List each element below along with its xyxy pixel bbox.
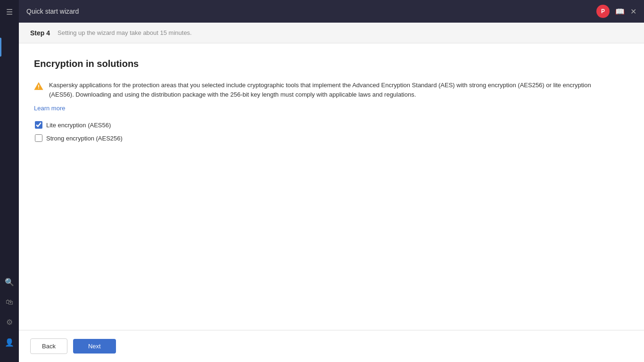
avatar[interactable]: P	[596, 5, 610, 18]
warning-text: Kaspersky applications for the protectio…	[49, 81, 605, 99]
step-description: Setting up the wizard may take about 15 …	[58, 29, 192, 36]
bottombar: Back Next	[19, 330, 644, 362]
checkbox-lite-input[interactable]	[35, 121, 42, 129]
checkbox-lite-label: Lite encryption (AES56)	[46, 122, 111, 129]
book-icon[interactable]: 📖	[615, 7, 625, 16]
stepbar: Step 4 Setting up the wizard may take ab…	[19, 23, 644, 43]
checkbox-group: Lite encryption (AES56) Strong encryptio…	[35, 121, 629, 142]
menu-icon[interactable]: ☰	[2, 4, 17, 20]
sidebar-accent	[0, 38, 1, 57]
learn-more-link[interactable]: Learn more	[34, 105, 629, 112]
checkbox-strong-label: Strong encryption (AES256)	[46, 135, 123, 142]
topbar-left: Quick start wizard	[26, 8, 79, 15]
warning-block: Kaspersky applications for the protectio…	[34, 81, 629, 99]
checkbox-lite[interactable]: Lite encryption (AES56)	[35, 121, 629, 129]
sidebar-icon-bag[interactable]: 🛍	[2, 294, 17, 310]
topbar: Quick start wizard P 📖 ✕	[19, 0, 644, 23]
topbar-right: P 📖 ✕	[596, 5, 636, 18]
page-title: Encryption in solutions	[34, 58, 629, 69]
sidebar-icon-user[interactable]: 👤	[1, 334, 18, 351]
svg-point-0	[38, 88, 39, 89]
sidebar: ☰ 🔍 🛍 ⚙ 👤	[0, 0, 19, 362]
topbar-title: Quick start wizard	[26, 8, 79, 15]
checkbox-strong[interactable]: Strong encryption (AES256)	[35, 134, 629, 142]
back-button[interactable]: Back	[30, 338, 67, 354]
close-icon[interactable]: ✕	[630, 7, 636, 16]
checkbox-strong-input[interactable]	[35, 134, 42, 142]
next-button[interactable]: Next	[73, 339, 116, 354]
sidebar-icon-search[interactable]: 🔍	[1, 274, 18, 290]
step-label: Step 4	[30, 29, 50, 37]
main-panel: Quick start wizard P 📖 ✕ Step 4 Setting …	[19, 0, 644, 362]
content-area: Encryption in solutions Kaspersky applic…	[19, 43, 644, 330]
sidebar-icon-settings[interactable]: ⚙	[2, 314, 17, 330]
warning-icon	[34, 82, 43, 93]
